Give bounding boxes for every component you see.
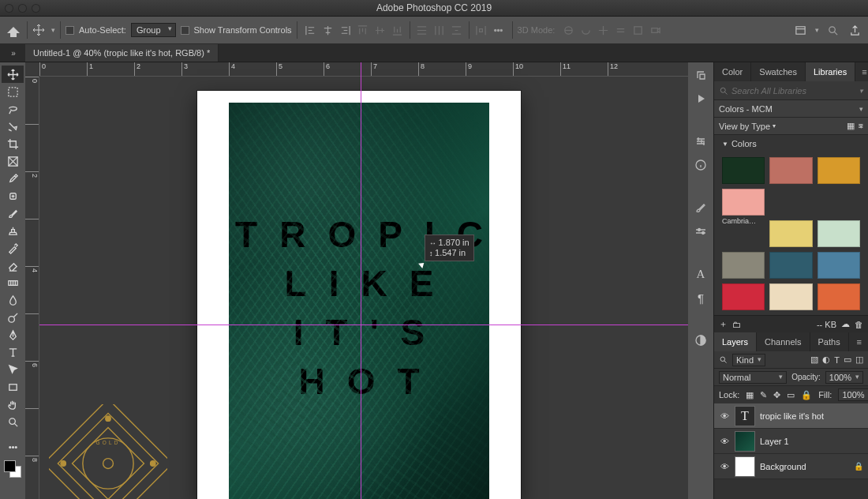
share-icon[interactable]: [846, 21, 863, 39]
fill-field[interactable]: 100%: [838, 388, 868, 401]
adjustments-panel-icon[interactable]: [693, 332, 709, 348]
zoom-tool[interactable]: [2, 413, 24, 430]
color-swatch[interactable]: [817, 283, 860, 310]
layer-row[interactable]: 👁Ttropic like it's hot: [714, 403, 868, 429]
home-button[interactable]: [5, 21, 22, 39]
horizontal-ruler[interactable]: 0123456789101112: [39, 62, 688, 77]
color-swatch[interactable]: [722, 157, 765, 184]
eyedropper-tool[interactable]: [2, 170, 24, 187]
horizontal-guide[interactable]: [39, 325, 688, 325]
color-swatch[interactable]: [817, 157, 860, 184]
character-panel-icon[interactable]: A: [693, 266, 709, 282]
chevron-down-icon[interactable]: ▾: [51, 26, 55, 34]
expand-docs-icon[interactable]: »: [6, 44, 21, 62]
chevron-down-icon[interactable]: ▾: [815, 26, 819, 34]
align-left-icon[interactable]: [302, 21, 320, 39]
more-align-icon[interactable]: [490, 21, 507, 39]
layer-name[interactable]: Background: [760, 462, 806, 471]
auto-select-checkbox[interactable]: [65, 26, 74, 35]
frame-tool[interactable]: [2, 152, 24, 170]
properties-panel-icon[interactable]: [693, 133, 709, 149]
move-tool[interactable]: [2, 66, 24, 83]
grid-view-icon[interactable]: ▦: [847, 121, 855, 131]
brushes-panel-icon[interactable]: [693, 200, 709, 216]
visibility-toggle-icon[interactable]: 👁: [719, 411, 730, 421]
chevron-down-icon[interactable]: ▾: [859, 87, 863, 95]
filter-type-icon[interactable]: T: [834, 355, 840, 365]
brush-tool[interactable]: [2, 204, 24, 222]
panel-menu-icon[interactable]: ≡: [855, 62, 868, 81]
trash-icon[interactable]: 🗑: [855, 320, 863, 329]
add-content-icon[interactable]: ＋: [719, 318, 728, 330]
eraser-tool[interactable]: [2, 257, 24, 274]
align-middle-v-icon[interactable]: [372, 21, 389, 39]
library-dropdown[interactable]: Colors - MCM: [714, 100, 868, 118]
minimize-window-icon[interactable]: [18, 4, 27, 13]
hand-tool[interactable]: [2, 396, 24, 413]
layer-row[interactable]: 👁Background🔒: [714, 454, 868, 479]
panel-menu-icon[interactable]: ≡: [851, 332, 868, 351]
close-window-icon[interactable]: [5, 4, 13, 13]
tab-libraries[interactable]: Libraries: [806, 62, 855, 81]
pen-tool[interactable]: [2, 326, 24, 343]
lock-all-icon[interactable]: 🔒: [801, 390, 812, 400]
align-right-icon[interactable]: [337, 21, 354, 39]
color-swatch[interactable]: [722, 252, 765, 279]
filter-pixel-icon[interactable]: ▧: [810, 355, 818, 365]
tab-channels[interactable]: Channels: [757, 332, 810, 351]
workspace-select-icon[interactable]: [791, 21, 809, 39]
document-tab[interactable]: Untitled-1 @ 40% (tropic like it's hot, …: [25, 44, 219, 62]
kind-filter-dropdown[interactable]: Kind: [732, 354, 765, 366]
path-select-tool[interactable]: [2, 361, 24, 378]
rectangle-tool[interactable]: [2, 378, 24, 396]
distribute-spacing-icon[interactable]: [473, 21, 490, 39]
tool-preset-icon[interactable]: [32, 24, 45, 36]
tab-color[interactable]: Color: [714, 62, 751, 81]
filter-smart-icon[interactable]: ◫: [855, 355, 863, 365]
color-swatch[interactable]: [769, 220, 812, 247]
foreground-swatch[interactable]: [4, 460, 16, 472]
search-icon[interactable]: [824, 21, 841, 39]
quick-select-tool[interactable]: [2, 118, 24, 135]
canvas-stage[interactable]: 0123456789101112 0246810 TROPIC LIKE IT'…: [25, 62, 688, 499]
distribute-center-icon[interactable]: [431, 21, 448, 39]
lock-artboard-icon[interactable]: ▭: [787, 390, 795, 400]
blur-tool[interactable]: [2, 291, 24, 309]
vertical-ruler[interactable]: 0246810: [25, 77, 39, 499]
dodge-tool[interactable]: [2, 309, 24, 326]
library-search[interactable]: Search All Libraries ▾: [714, 81, 868, 100]
visibility-toggle-icon[interactable]: 👁: [719, 462, 730, 471]
healing-brush-tool[interactable]: [2, 187, 24, 204]
layer-row[interactable]: 👁Layer 1: [714, 429, 868, 454]
color-swatch[interactable]: [769, 283, 812, 310]
visibility-toggle-icon[interactable]: 👁: [719, 437, 730, 446]
color-swatch[interactable]: [817, 220, 860, 247]
filter-shape-icon[interactable]: ▭: [844, 355, 851, 365]
distribute-top-icon[interactable]: [413, 21, 431, 39]
show-transform-checkbox[interactable]: [181, 26, 189, 35]
clone-stamp-tool[interactable]: [2, 222, 24, 239]
add-folder-icon[interactable]: 🗀: [732, 320, 741, 329]
tab-layers[interactable]: Layers: [714, 332, 757, 351]
lock-position-icon[interactable]: ✥: [773, 390, 780, 400]
color-swatch[interactable]: [769, 157, 812, 184]
zoom-window-icon[interactable]: [32, 4, 40, 13]
color-swatch[interactable]: [769, 252, 812, 279]
tab-paths[interactable]: Paths: [810, 332, 849, 351]
brush-settings-icon[interactable]: [693, 223, 709, 239]
color-swatch[interactable]: [722, 189, 765, 216]
edit-toolbar-icon[interactable]: [2, 438, 24, 456]
color-swatch[interactable]: [722, 283, 765, 310]
vertical-guide[interactable]: [361, 62, 361, 499]
fg-bg-swatches[interactable]: [4, 460, 21, 478]
distribute-bottom-icon[interactable]: [448, 21, 466, 39]
marquee-tool[interactable]: [2, 83, 24, 100]
filter-adjust-icon[interactable]: ◐: [822, 355, 830, 365]
cloud-sync-icon[interactable]: ☁: [841, 319, 850, 329]
actions-panel-icon[interactable]: [693, 91, 709, 107]
layer-name[interactable]: Layer 1: [760, 437, 789, 446]
align-center-h-icon[interactable]: [320, 21, 337, 39]
colors-group-header[interactable]: ▼Colors: [714, 135, 868, 152]
view-by-dropdown[interactable]: View by Type ▾ ▦≡: [714, 118, 868, 135]
paragraph-panel-icon[interactable]: ¶: [693, 290, 709, 306]
